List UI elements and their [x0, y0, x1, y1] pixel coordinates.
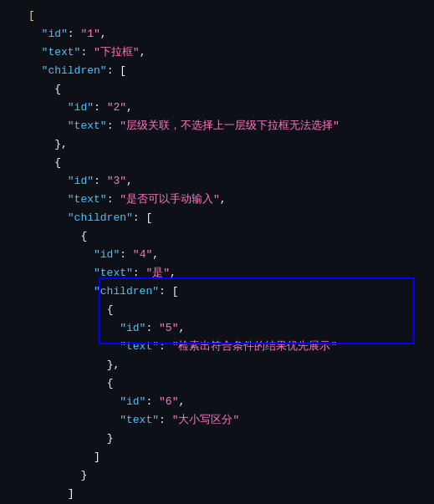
line-content-18: "id": "5",: [25, 320, 434, 337]
line-23: "text": "大小写区分": [0, 411, 434, 430]
line-content-23: "text": "大小写区分": [25, 412, 434, 429]
line-content-17: {: [25, 302, 434, 318]
line-14: "id": "4",: [0, 246, 434, 264]
line-13: {: [0, 227, 434, 246]
line-content-26: }: [25, 467, 434, 484]
line-content-24: }: [25, 430, 434, 447]
line-24: }: [0, 430, 434, 448]
line-16: "children": [: [0, 283, 434, 301]
line-12: "children": [: [0, 209, 434, 227]
line-content-5: {: [25, 81, 434, 98]
line-4: "children": [: [0, 62, 434, 80]
line-3: "text": "下拉框",: [0, 43, 434, 62]
line-content-7: "text": "层级关联，不选择上一层级下拉框无法选择": [25, 118, 434, 135]
line-1: [: [0, 7, 434, 25]
line-17: {: [0, 301, 434, 319]
line-7: "text": "层级关联，不选择上一层级下拉框无法选择": [0, 117, 434, 135]
line-content-12: "children": [: [25, 210, 434, 227]
line-19: "text": "检索出符合条件的结果优先展示": [0, 338, 434, 356]
line-content-3: "text": "下拉框",: [25, 44, 434, 61]
line-6: "id": "2",: [0, 99, 434, 117]
line-21: {: [0, 374, 434, 393]
line-11: "text": "是否可以手动输入",: [0, 191, 434, 209]
line-2: "id": "1",: [0, 25, 434, 43]
line-9: {: [0, 154, 434, 172]
line-10: "id": "3",: [0, 172, 434, 191]
line-content-1: [: [25, 8, 434, 24]
line-content-16: "children": [: [25, 283, 434, 300]
line-27: ]: [0, 485, 434, 503]
line-content-15: "text": "是",: [25, 265, 434, 282]
line-content-10: "id": "3",: [25, 173, 434, 190]
line-content-13: {: [25, 228, 434, 245]
line-26: }: [0, 466, 434, 485]
line-18: "id": "5",: [0, 319, 434, 338]
line-22: "id": "6",: [0, 393, 434, 411]
line-content-21: {: [25, 375, 434, 392]
line-content-25: ]: [25, 449, 434, 466]
line-20: },: [0, 356, 434, 374]
line-content-4: "children": [: [25, 63, 434, 79]
line-content-27: ]: [25, 486, 434, 502]
line-content-22: "id": "6",: [25, 394, 434, 410]
line-content-19: "text": "检索出符合条件的结果优先展示": [25, 339, 434, 355]
line-content-14: "id": "4",: [25, 247, 434, 263]
line-8: },: [0, 135, 434, 154]
line-content-2: "id": "1",: [25, 26, 434, 43]
line-15: "text": "是",: [0, 264, 434, 283]
code-editor: [ "id": "1", "text": "下拉框", "children": …: [0, 0, 434, 504]
line-content-11: "text": "是否可以手动输入",: [25, 191, 434, 208]
line-content-6: "id": "2",: [25, 99, 434, 116]
line-content-9: {: [25, 155, 434, 171]
line-25: ]: [0, 448, 434, 466]
line-content-8: },: [25, 136, 434, 153]
line-5: {: [0, 80, 434, 99]
line-content-20: },: [25, 357, 434, 374]
